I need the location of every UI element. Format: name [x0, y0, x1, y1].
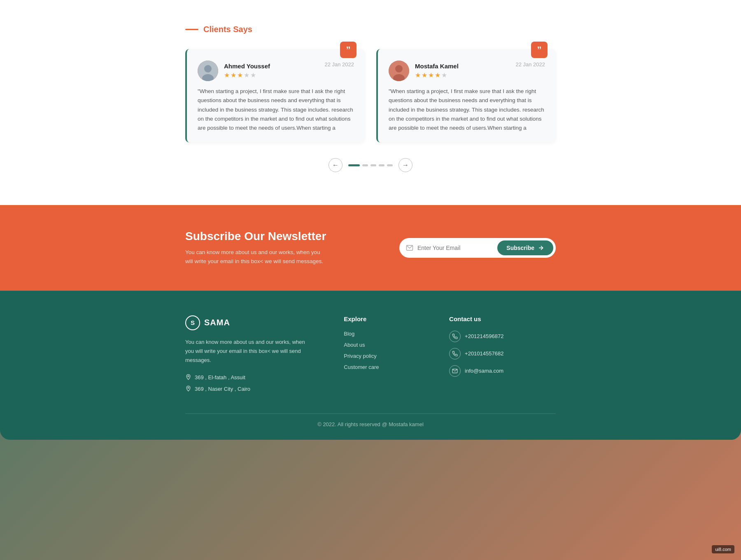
address-item-1: 369 , El-fatah , Assuit	[185, 374, 327, 381]
contact-title: Contact us	[449, 315, 556, 322]
footer-contact: Contact us +201214596872	[449, 315, 556, 393]
logo-circle: S	[185, 315, 200, 330]
carousel-controls: ← →	[185, 158, 556, 172]
newsletter-section: Subscribe Our Newsletter You can know mo…	[0, 205, 741, 290]
dot-5[interactable]	[387, 164, 393, 166]
dot-2[interactable]	[362, 164, 368, 166]
svg-point-8	[188, 376, 189, 377]
footer-link-about[interactable]: About us	[344, 342, 433, 348]
footer-divider	[185, 413, 556, 414]
svg-point-4	[395, 65, 403, 72]
carousel-next-button[interactable]: →	[398, 158, 412, 172]
reviewer-name-2: Mostafa Kamel	[415, 63, 515, 70]
footer-links: Blog About us Privacy policy Customer ca…	[344, 331, 433, 370]
testimonial-card-1: ” Ahmed Youssef ★	[185, 49, 365, 142]
avatar-2	[389, 61, 409, 81]
phone-icon-1	[449, 331, 461, 342]
footer-explore: Explore Blog About us Privacy policy Cus…	[344, 315, 433, 393]
email-input[interactable]	[417, 245, 497, 251]
stars-1: ★ ★ ★ ★ ★	[224, 71, 324, 79]
brand-logo: S SAMA	[185, 315, 327, 330]
stars-2: ★ ★ ★ ★ ★	[415, 71, 515, 79]
explore-title: Explore	[344, 315, 433, 322]
footer-section: S SAMA You can know more about us and ou…	[0, 291, 741, 440]
brand-name: SAMA	[204, 318, 230, 327]
heading-line-icon	[185, 29, 198, 30]
svg-point-9	[188, 387, 189, 388]
location-icon-1	[185, 374, 191, 381]
review-date-1: 22 Jan 2022	[324, 61, 354, 68]
dot-3[interactable]	[370, 164, 376, 166]
dot-4[interactable]	[379, 164, 384, 166]
quote-icon-1: ”	[340, 42, 357, 58]
reviewer-info-1: Ahmed Youssef ★ ★ ★ ★ ★	[224, 63, 324, 79]
contact-phone-1: +201214596872	[449, 331, 556, 342]
footer-top: S SAMA You can know more about us and ou…	[185, 315, 556, 393]
review-text-1: "When starting a project, I first make s…	[198, 87, 354, 133]
location-icon-2	[185, 385, 191, 393]
watermark: ui8.com	[712, 545, 734, 553]
contact-items: +201214596872 +201014557682	[449, 331, 556, 377]
footer-link-privacy[interactable]: Privacy policy	[344, 353, 433, 359]
footer-copyright: © 2022. All rights reserved @ Mostafa ka…	[185, 421, 556, 427]
contact-email: info@sama.com	[449, 365, 556, 377]
card-header-1: Ahmed Youssef ★ ★ ★ ★ ★ 22 Jan 2022	[198, 61, 354, 81]
testimonials-section: Clients Says ”	[0, 0, 741, 205]
address-item-2: 369 , Naser City , Cairo	[185, 385, 327, 393]
newsletter-description: You can know more about us and our works…	[185, 248, 325, 266]
email-icon-footer	[449, 365, 461, 377]
footer-address: 369 , El-fatah , Assuit 369 , Naser City…	[185, 374, 327, 393]
phone-icon-2	[449, 348, 461, 359]
newsletter-title: Subscribe Our Newsletter	[185, 230, 383, 243]
contact-phone-2: +201014557682	[449, 348, 556, 359]
footer-link-customer-care[interactable]: Customer care	[344, 364, 433, 370]
review-text-2: "When starting a project, I first make s…	[389, 87, 545, 133]
reviewer-info-2: Mostafa Kamel ★ ★ ★ ★ ★	[415, 63, 515, 79]
subscribe-button[interactable]: Subscribe	[497, 240, 553, 255]
testimonials-cards-row: ” Ahmed Youssef ★	[185, 49, 556, 142]
review-date-2: 22 Jan 2022	[515, 61, 545, 68]
dot-1[interactable]	[348, 164, 360, 166]
reviewer-name-1: Ahmed Youssef	[224, 63, 324, 70]
email-icon	[406, 244, 413, 252]
carousel-prev-button[interactable]: ←	[329, 158, 343, 172]
footer-link-blog[interactable]: Blog	[344, 331, 433, 337]
footer-description: You can know more about us and our works…	[185, 338, 309, 365]
section-title: Clients Says	[203, 25, 252, 34]
newsletter-form: Subscribe	[399, 238, 556, 258]
card-header-2: Mostafa Kamel ★ ★ ★ ★ ★ 22 Jan 2022	[389, 61, 545, 81]
newsletter-left: Subscribe Our Newsletter You can know mo…	[185, 230, 383, 266]
quote-icon-2: ”	[531, 42, 548, 58]
section-heading: Clients Says	[185, 25, 556, 34]
avatar-1	[198, 61, 218, 81]
footer-brand: S SAMA You can know more about us and ou…	[185, 315, 327, 393]
testimonial-card-2: ” Mostafa Kamel ★	[376, 49, 556, 142]
carousel-dots	[348, 164, 393, 166]
svg-point-1	[204, 65, 212, 72]
